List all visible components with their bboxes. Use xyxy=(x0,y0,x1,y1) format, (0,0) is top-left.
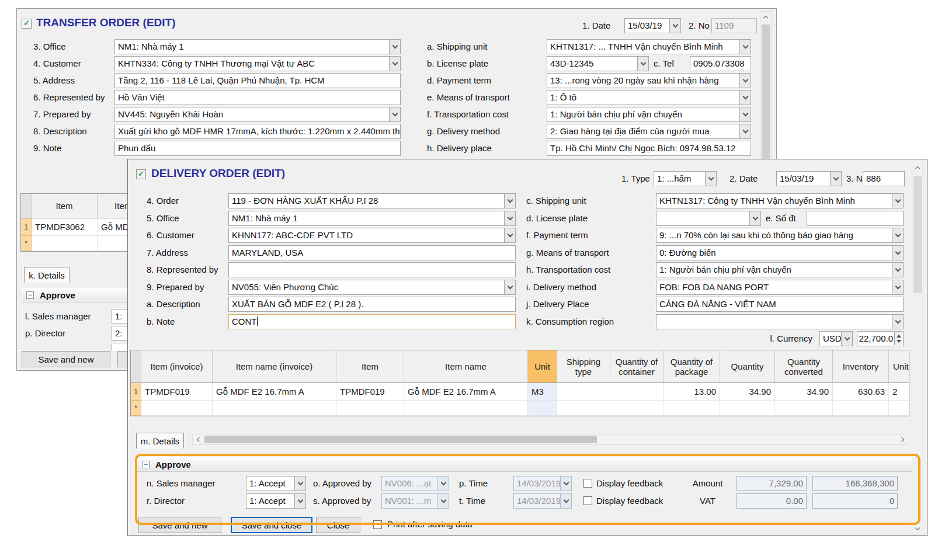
customer-combo-delivery[interactable]: KHNN177: ABC-CDE PVT LTD xyxy=(228,228,516,243)
chevron-down-icon[interactable] xyxy=(294,476,305,491)
table-cell[interactable]: Gỗ MDF E2 16.7mm A xyxy=(213,383,336,401)
column-header[interactable]: Quantity of container xyxy=(610,350,663,383)
table-corner-cell[interactable] xyxy=(131,350,141,383)
column-header[interactable]: Quantity converted xyxy=(775,350,833,383)
office-combo[interactable]: NM1: Nhà máy 1 xyxy=(114,39,401,54)
chevron-down-icon[interactable] xyxy=(892,280,903,294)
table-cell-empty[interactable] xyxy=(557,401,610,416)
column-header[interactable]: Inventory xyxy=(833,350,889,383)
chevron-down-icon[interactable] xyxy=(841,332,852,346)
table-cell-empty[interactable] xyxy=(336,401,404,416)
table-cell-selected-column[interactable]: M3 xyxy=(528,383,557,401)
scroll-down-icon[interactable] xyxy=(912,523,923,534)
table-cell[interactable] xyxy=(557,383,610,401)
chevron-down-icon[interactable] xyxy=(892,228,903,242)
transportation-cost-combo[interactable]: 1: Người bán chịu phí vận chuyển xyxy=(547,107,751,122)
spinner-buttons[interactable] xyxy=(894,332,902,345)
table-cell-empty[interactable] xyxy=(213,401,336,416)
table-cell-empty[interactable] xyxy=(141,401,213,416)
scroll-left-icon[interactable] xyxy=(193,434,203,445)
save-and-close-button[interactable]: Save and close xyxy=(231,517,312,533)
tab-details-transfer[interactable]: k. Details xyxy=(24,267,70,283)
order-combo[interactable]: 119 - ĐƠN HÀNG XUẤT KHẨU P.I 28 xyxy=(228,193,516,208)
table-cell-empty[interactable] xyxy=(610,401,663,416)
new-row-header[interactable]: * xyxy=(131,401,141,416)
table-cell[interactable]: 34.90 xyxy=(720,383,775,401)
prepared-by-combo[interactable]: NV445: Nguyễn Khải Hoàn xyxy=(114,107,401,122)
shipping-unit-combo-delivery[interactable]: KHTN1317: Công ty TNHH Vận chuyển Bình M… xyxy=(656,193,904,208)
column-header[interactable]: Item (invoice) xyxy=(141,350,213,383)
chevron-down-icon[interactable] xyxy=(504,228,515,242)
column-header[interactable]: Unit p USD xyxy=(889,350,909,383)
means-of-transport-combo-delivery[interactable]: 0: Đường biển xyxy=(656,245,904,260)
delivery-date-combo[interactable]: 15/03/19 xyxy=(776,171,842,186)
collapse-icon[interactable]: − xyxy=(142,461,150,468)
table-cell[interactable] xyxy=(610,383,663,401)
customer-combo[interactable]: KHTN334: Công ty TNHH Thương mại Vật tư … xyxy=(114,56,401,71)
display-feedback-checkbox-2[interactable] xyxy=(583,496,592,505)
chevron-down-icon[interactable] xyxy=(749,211,760,225)
horizontal-scrollbar[interactable] xyxy=(192,434,908,445)
table-cell[interactable]: TPMDF019 xyxy=(336,383,404,401)
delivery-method-combo[interactable]: 2: Giao hàng tại địa điểm của người mua xyxy=(547,124,751,139)
table-cell-empty[interactable] xyxy=(775,401,833,416)
column-header[interactable]: Quantity of package xyxy=(663,350,720,383)
chevron-down-icon[interactable] xyxy=(892,246,903,260)
scroll-up-icon[interactable] xyxy=(912,162,923,173)
chevron-down-icon[interactable] xyxy=(739,91,751,105)
chevron-down-icon[interactable] xyxy=(504,194,515,208)
note-field-delivery[interactable]: CONT xyxy=(228,314,516,329)
table-cell-empty[interactable] xyxy=(833,401,889,416)
address-field[interactable]: Tầng 2, 116 - 118 Lê Lai, Quận Phú Nhuận… xyxy=(114,73,401,88)
payment-term-combo[interactable]: 13: ...rong vòng 20 ngày sau khi nhận hà… xyxy=(547,73,751,88)
column-header-selected[interactable]: Unit xyxy=(528,350,557,383)
scroll-right-icon[interactable] xyxy=(897,434,908,445)
scrollbar-thumb[interactable] xyxy=(204,436,597,443)
row-header[interactable]: 1 xyxy=(21,218,32,236)
means-of-transport-combo[interactable]: 1: Ô tô xyxy=(547,90,751,105)
represented-by-field[interactable]: Hồ Văn Việt xyxy=(114,90,401,105)
office-combo-delivery[interactable]: NM1: Nhà máy 1 xyxy=(228,211,516,226)
table-cell-empty[interactable] xyxy=(32,236,98,251)
chevron-down-icon[interactable] xyxy=(389,40,400,54)
sales-manager-status-combo[interactable]: 1: Accept xyxy=(246,476,306,491)
column-header[interactable]: Quantity xyxy=(720,350,775,383)
chevron-down-icon[interactable] xyxy=(892,194,903,208)
table-corner-cell[interactable] xyxy=(21,194,32,218)
save-and-new-button-transfer[interactable]: Save and new xyxy=(22,351,110,367)
shipping-unit-combo[interactable]: KHTN1317: ... TNHH Vận chuyển Bình Minh xyxy=(547,39,751,54)
chevron-down-icon[interactable] xyxy=(504,280,515,294)
display-feedback-checkbox-1[interactable] xyxy=(583,479,592,488)
chevron-down-icon[interactable] xyxy=(504,211,515,225)
column-header[interactable]: Item name (invoice) xyxy=(213,350,336,383)
table-cell[interactable]: 2 xyxy=(889,383,909,401)
phone-field-delivery[interactable] xyxy=(807,211,904,226)
chevron-down-icon[interactable] xyxy=(389,57,400,71)
table-cell-item[interactable]: TPMDF3062 xyxy=(32,218,98,236)
chevron-down-icon[interactable] xyxy=(669,19,680,33)
table-cell-empty[interactable] xyxy=(889,401,909,416)
table-cell[interactable]: Gỗ MDF E2 16.7mm A xyxy=(404,383,528,401)
table-cell[interactable]: 34.90 xyxy=(775,383,833,401)
chevron-down-icon[interactable] xyxy=(892,315,903,329)
column-header[interactable]: Item xyxy=(336,350,404,383)
payment-term-combo-delivery[interactable]: 9: ...n 70% còn lại sau khi có thông báo… xyxy=(656,228,904,243)
chevron-down-icon[interactable] xyxy=(705,172,716,186)
chevron-down-icon[interactable] xyxy=(294,494,305,508)
column-header[interactable]: Shipping type xyxy=(557,350,610,383)
note-field[interactable]: Phun dấu xyxy=(114,141,401,156)
consumption-region-combo[interactable] xyxy=(656,314,904,329)
save-and-new-button[interactable]: Save and new xyxy=(138,517,221,533)
table-cell-empty[interactable] xyxy=(404,401,528,416)
chevron-down-icon[interactable] xyxy=(892,263,903,277)
table-cell-empty[interactable] xyxy=(720,401,775,416)
vertical-scrollbar-delivery[interactable] xyxy=(912,162,923,534)
description-field-delivery[interactable]: XUẤT BÁN GỖ MDF E2 ( P.I 28 ). xyxy=(228,297,516,312)
license-plate-combo[interactable]: 43D-12345 xyxy=(547,56,649,71)
chevron-down-icon[interactable] xyxy=(830,172,841,186)
delivery-method-combo-delivery[interactable]: FOB: FOB DA NANG PORT xyxy=(656,280,904,295)
transportation-cost-combo-delivery[interactable]: 1: Người bán chịu phí vận chuyển xyxy=(656,262,904,277)
license-plate-combo-delivery[interactable] xyxy=(656,211,761,226)
column-header[interactable]: Item name xyxy=(404,350,528,383)
chevron-down-icon[interactable] xyxy=(389,107,400,121)
